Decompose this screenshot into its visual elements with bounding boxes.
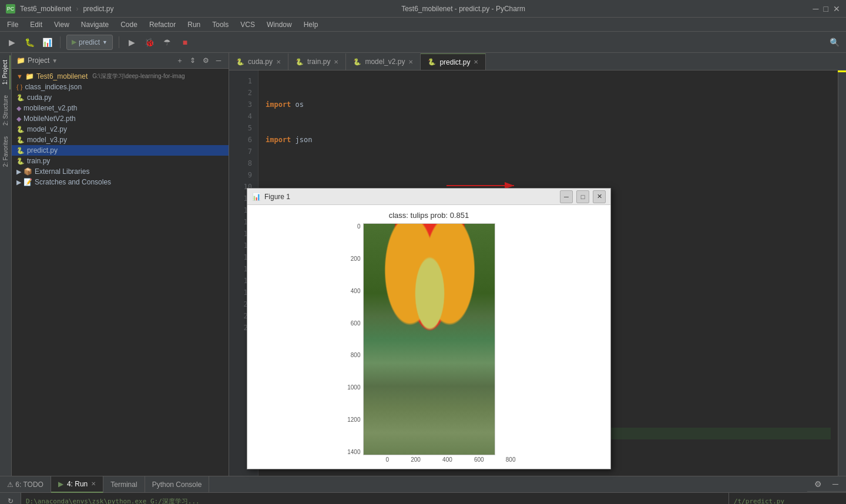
run-button[interactable]: ▶ <box>5 35 19 49</box>
menu-refactor[interactable]: Refactor <box>145 19 180 30</box>
menu-navigate[interactable]: Navigate <box>76 19 113 30</box>
file-mobilenetv2-pth: MobileNetV2.pth <box>24 115 76 123</box>
figure-minimize-button[interactable]: ─ <box>560 190 573 203</box>
figure-title-label: Figure 1 <box>264 193 290 201</box>
run-action-button[interactable]: ▶ <box>125 35 139 49</box>
project-tool-scroll[interactable]: ⇕ <box>187 55 198 66</box>
figure-titlebar[interactable]: 📊 Figure 1 ─ □ ✕ <box>247 189 610 205</box>
run-restart-button[interactable]: ↻ <box>5 495 16 504</box>
figure-close-button[interactable]: ✕ <box>593 190 606 203</box>
tree-item-predict[interactable]: 🐍 predict.py <box>12 145 229 156</box>
run-panel-minimize[interactable]: ─ <box>828 477 842 491</box>
window-controls[interactable]: ─ □ ✕ <box>813 4 840 14</box>
run-tab-terminal[interactable]: Terminal <box>103 476 145 493</box>
figure-window: 📊 Figure 1 ─ □ ✕ class: tulips prob: 0.8… <box>247 188 611 469</box>
tab-cuda-label: cuda.py <box>248 58 273 66</box>
figure-window-controls[interactable]: ─ □ ✕ <box>560 190 606 203</box>
maximize-button[interactable]: □ <box>824 4 828 14</box>
run-path-text: D:\anaconda\envs\zsk\python.exe G:/深度学习.… <box>26 498 200 504</box>
side-tab-project[interactable]: 1: Project <box>1 55 11 89</box>
code-line-1: import os <box>266 99 831 110</box>
gutter-mark-top <box>838 70 846 72</box>
tab-model-v2-close[interactable]: ✕ <box>408 59 413 65</box>
y-label-0: 0 <box>357 223 361 230</box>
debug-button[interactable]: 🐛 <box>22 35 36 49</box>
toolbar-separator2 <box>119 36 119 48</box>
window-title: Test6_mobilenet - predict.py - PyCharm <box>113 5 813 13</box>
run-content: ↻ ↓ ■ ⊞ ↵ 📌 🗑 D:\anaconda\envs\zsk\pytho… <box>0 493 846 504</box>
file-cuda: cuda.py <box>27 93 52 102</box>
stop-button[interactable]: ■ <box>178 35 192 49</box>
tree-item-scratches[interactable]: ▶ 📝 Scratches and Consoles <box>12 177 229 187</box>
menu-tools[interactable]: Tools <box>207 19 233 30</box>
tree-item-model-v3[interactable]: 🐍 model_v3.py <box>12 135 229 145</box>
y-label-200: 200 <box>351 256 361 262</box>
tree-item-class-indices[interactable]: { } class_indices.json <box>12 82 229 92</box>
project-tool-settings[interactable]: ⚙ <box>200 55 211 66</box>
run-right-path: /t/predict.py <box>729 493 846 504</box>
run-tab-todo[interactable]: ⚠ 6: TODO <box>0 476 51 493</box>
figure-content: class: tulips prob: 0.851 0 200 400 600 … <box>247 205 610 469</box>
tree-item-cuda[interactable]: 🐍 cuda.py <box>12 92 229 103</box>
y-label-800: 800 <box>351 352 361 358</box>
menu-code[interactable]: Code <box>116 19 142 30</box>
x-label-800: 800 <box>506 456 516 463</box>
run-tab-todo-label: ⚠ 6: TODO <box>7 481 43 489</box>
side-tab-favorites[interactable]: 2: Favorites <box>1 132 10 172</box>
run-panel-tabs: ⚠ 6: TODO ▶ 4: Run ✕ Terminal Python Con… <box>0 476 846 493</box>
tab-predict[interactable]: 🐍 predict.py ✕ <box>421 53 486 70</box>
menu-help[interactable]: Help <box>299 19 323 30</box>
side-panel-tabs: 1: Project 2: Structure 2: Favorites <box>0 53 12 476</box>
tab-cuda[interactable]: 🐍 cuda.py ✕ <box>229 53 288 70</box>
minimize-button[interactable]: ─ <box>813 4 819 14</box>
x-label-200: 200 <box>411 456 421 463</box>
tab-train-close[interactable]: ✕ <box>334 59 338 65</box>
tab-cuda-close[interactable]: ✕ <box>276 59 281 65</box>
tree-item-model-v2[interactable]: 🐍 model_v2.py <box>12 124 229 135</box>
menu-edit[interactable]: Edit <box>25 19 47 30</box>
run-panel-right: /t/predict.py <box>728 493 846 504</box>
menu-window[interactable]: Window <box>262 19 297 30</box>
side-tab-structure[interactable]: 2: Structure <box>1 90 10 130</box>
tree-root[interactable]: ▼ 📁 Test6_mobilenet G:\深度学习\deep-learnin… <box>12 71 229 82</box>
run-coverage-action-button[interactable]: ☂ <box>160 35 174 49</box>
menu-vcs[interactable]: VCS <box>236 19 260 30</box>
debug-action-button[interactable]: 🐞 <box>143 35 157 49</box>
project-label: Project <box>28 56 49 65</box>
file-mobilenet-pth: mobilenet_v2.pth <box>24 104 77 112</box>
tree-item-train[interactable]: 🐍 train.py <box>12 156 229 166</box>
y-axis: 0 200 400 600 800 1000 1200 1400 <box>343 223 363 455</box>
run-config-selector[interactable]: ▶ predict ▼ <box>66 35 113 50</box>
project-tool-add[interactable]: ＋ <box>174 55 185 66</box>
run-panel-toolbar: ⚙ ─ <box>807 478 846 492</box>
figure-maximize-button[interactable]: □ <box>576 190 589 203</box>
run-config-name: predict <box>79 38 100 46</box>
search-everywhere-button[interactable]: 🔍 <box>827 35 841 49</box>
tree-item-external-libraries[interactable]: ▶ 📦 External Libraries <box>12 166 229 177</box>
tree-item-mobilenet-pth[interactable]: ◆ mobilenet_v2.pth <box>12 103 229 113</box>
project-header: 📁 Project ▼ ＋ ⇕ ⚙ ─ <box>12 53 229 69</box>
project-tool-minimize[interactable]: ─ <box>213 55 224 66</box>
chart-plot <box>363 223 495 455</box>
figure-icon: 📊 <box>252 193 261 201</box>
tab-model-v2[interactable]: 🐍 model_v2.py ✕ <box>346 53 421 70</box>
run-tab-run[interactable]: ▶ 4: Run ✕ <box>51 476 103 493</box>
chart-area: 0 200 400 600 800 1000 1200 1400 0 200 4… <box>343 223 516 463</box>
close-button[interactable]: ✕ <box>833 4 840 14</box>
coverage-button[interactable]: 📊 <box>40 35 54 49</box>
tab-train[interactable]: 🐍 train.py ✕ <box>288 53 346 70</box>
tree-item-mobilenetv2-pth[interactable]: ◆ MobileNetV2.pth <box>12 113 229 124</box>
project-tree: ▼ 📁 Test6_mobilenet G:\深度学习\deep-learnin… <box>12 69 229 476</box>
root-folder-name: Test6_mobilenet <box>36 72 88 80</box>
x-label-600: 600 <box>474 456 484 463</box>
run-panel-settings[interactable]: ⚙ <box>811 477 825 491</box>
tab-predict-close[interactable]: ✕ <box>474 59 478 65</box>
run-tab-run-close[interactable]: ✕ <box>91 481 96 487</box>
menu-run[interactable]: Run <box>183 19 205 30</box>
menu-file[interactable]: File <box>2 19 23 30</box>
run-tab-python-console[interactable]: Python Console <box>145 476 210 493</box>
file-train: train.py <box>27 157 50 165</box>
run-tab-run-label: 4: Run <box>67 480 88 488</box>
tulip-image <box>364 224 495 455</box>
menu-view[interactable]: View <box>49 19 74 30</box>
